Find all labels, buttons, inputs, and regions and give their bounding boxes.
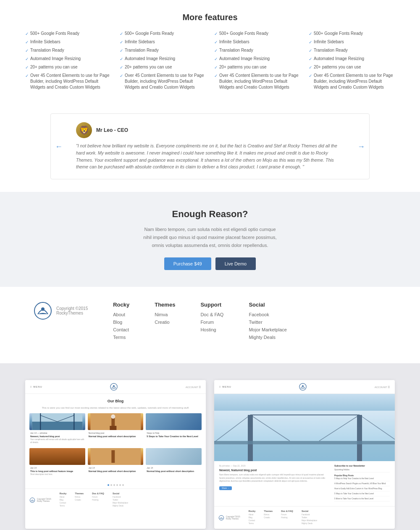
next-testimonial-button[interactable]: →	[357, 142, 365, 151]
footer-link[interactable]: Facebook	[249, 312, 286, 317]
feature-item: ✓Automated Image Resizing	[214, 56, 300, 62]
pagination	[25, 482, 206, 488]
check-icon: ✓	[25, 56, 29, 62]
feature-item: ✓Infinite Sidebars	[25, 39, 111, 45]
check-icon: ✓	[214, 65, 218, 71]
feature-col-1: ✓500+ Google Fonts Ready✓Infinite Sideba…	[120, 31, 206, 92]
footer-link[interactable]: Twitter	[249, 320, 286, 325]
blog-item: Jan 14 Normal blog post without short de…	[146, 448, 202, 478]
footer-link[interactable]: Terms	[113, 335, 129, 340]
footer-link[interactable]: Hosting	[200, 327, 223, 332]
footer-link[interactable]: Creatio	[155, 320, 175, 325]
check-icon: ✓	[25, 39, 29, 45]
previews-section: ≡ MENU ACCOUNT ☰ Our Blog This is were y…	[0, 363, 420, 530]
check-icon: ✓	[309, 56, 312, 62]
feature-col-3: ✓500+ Google Fonts Ready✓Infinite Sideba…	[309, 31, 395, 92]
preview-logo-left	[110, 383, 118, 391]
blog-main-content: By johndoe — Sep 22, 2015 Newest, featur…	[219, 464, 330, 503]
svg-rect-12	[110, 426, 116, 430]
feature-item: ✓Translation Ready	[25, 47, 111, 54]
blog-image-sunset	[29, 448, 85, 465]
blog-sidebar: Subscribe to our Newsletter Upcoming Art…	[334, 464, 390, 503]
footer-col-3: SocialFacebookTwitterMojor MarketplaceMi…	[249, 302, 286, 342]
blog-item: Steps to Help 5 Steps to Take Your Creat…	[146, 413, 202, 446]
footer-link[interactable]: Nimva	[155, 312, 175, 317]
sidebar-newsletter-title: Subscribe to our Newsletter	[334, 464, 390, 467]
blog-item-text: Jan 14 Normal blog post without short de…	[146, 465, 202, 475]
svg-point-16	[30, 498, 34, 502]
testimonial-text: "I not believe how brilliant my website …	[76, 142, 344, 171]
share-button[interactable]: Share →	[219, 486, 232, 490]
svg-point-1	[41, 307, 45, 311]
feature-item: ✓Over 45 Content Elements to use for Pag…	[120, 73, 206, 90]
cta-section: Enough Reason? Nam libero tempore, cum s…	[0, 192, 420, 287]
blog-image-extra	[146, 448, 202, 465]
blog-subtitle: This is were you can find our most excit…	[25, 407, 206, 413]
feature-item: ✓20+ patterns you can use	[309, 64, 395, 71]
blog-grid: Jan 14 — johndoe Newest, featured blog p…	[25, 413, 206, 482]
svg-point-18	[302, 386, 304, 387]
blog-item-text: Jan 14 Normal blog post without short de…	[88, 465, 144, 475]
check-icon: ✓	[309, 65, 312, 71]
feature-item: ✓Translation Ready	[309, 47, 395, 54]
feature-item: ✓Translation Ready	[214, 47, 300, 54]
check-icon: ✓	[214, 39, 218, 45]
feature-item: ✓Infinite Sidebars	[214, 39, 300, 45]
check-icon: ✓	[214, 56, 218, 62]
feature-item: ✓500+ Google Fonts Ready	[25, 31, 111, 37]
cta-buttons: Purchase $49 Live Demo	[25, 257, 395, 270]
preview-account-left: ACCOUNT ☰	[186, 386, 201, 388]
preview-footer-right: Copyright ©2015 Rocky Themes RockyAboutB…	[214, 506, 395, 529]
feature-item: ✓Infinite Sidebars	[309, 39, 395, 45]
footer-copyright: Copyright ©2015	[56, 306, 88, 311]
purchase-button[interactable]: Purchase $49	[164, 257, 211, 270]
footer-link[interactable]: Forum	[200, 320, 223, 325]
check-icon: ✓	[120, 48, 123, 54]
check-icon: ✓	[25, 73, 29, 79]
svg-point-13	[111, 415, 115, 419]
prev-testimonial-button[interactable]: ←	[55, 142, 63, 151]
blog-item-text: Jan 14 — johndoe Newest, featured blog p…	[29, 430, 85, 446]
preview-header-left: ≡ MENU ACCOUNT ☰	[25, 380, 206, 394]
svg-point-3	[113, 386, 115, 387]
check-icon: ✓	[25, 65, 29, 71]
check-icon: ✓	[120, 39, 123, 45]
footer-link[interactable]: Contact	[113, 327, 129, 332]
feature-col-2: ✓500+ Google Fonts Ready✓Infinite Sideba…	[214, 31, 300, 92]
preview-menu-left: ≡ MENU	[30, 386, 42, 388]
demo-button[interactable]: Live Demo	[215, 257, 256, 270]
footer-link[interactable]: Blog	[113, 320, 129, 325]
preview-card-right: ≡ MENU ACCOUNT ☰	[214, 380, 395, 529]
preview-content-left: Our Blog This is were you can find our m…	[25, 394, 206, 488]
blog-item-text: Normal blog post Normal blog post withou…	[88, 430, 144, 440]
features-section: More features ✓500+ Google Fonts Ready✓I…	[0, 0, 420, 109]
feature-item: ✓Automated Image Resizing	[25, 56, 111, 62]
preview-content-right: By johndoe — Sep 22, 2015 Newest, featur…	[214, 394, 395, 506]
hero-image	[214, 394, 395, 461]
footer-col-1: ThemesNimvaCreatio	[155, 302, 175, 342]
check-icon: ✓	[120, 31, 123, 37]
footer-brand: Copyright ©2015 RockyThemes	[56, 306, 88, 315]
footer-link[interactable]: About	[113, 312, 129, 317]
blog-item: Jan 14 — johndoe Newest, featured blog p…	[29, 413, 85, 446]
check-icon: ✓	[309, 39, 312, 45]
footer-link[interactable]: Mojor Marketplace	[249, 327, 286, 332]
check-icon: ✓	[214, 73, 218, 79]
feature-col-0: ✓500+ Google Fonts Ready✓Infinite Sideba…	[25, 31, 111, 92]
blog-item: Jan 14 This is long post without feature…	[29, 448, 85, 478]
preview-footer-left: Copyright ©2015 Rocky Themes RockyAboutB…	[25, 488, 206, 511]
footer-brand-name: RockyThemes	[56, 311, 88, 315]
blog-image-lighthouse	[88, 413, 144, 430]
footer-link[interactable]: Mighty Deals	[249, 335, 286, 340]
footer-columns: RockyAboutBlogContactTermsThemesNimvaCre…	[113, 302, 386, 342]
blog-image-bridge	[29, 413, 85, 430]
footer-link[interactable]: Doc & FAQ	[200, 312, 223, 317]
blog-item: Jan 14 Normal blog post without short de…	[88, 448, 144, 478]
author-name: Mr Leo - CEO	[96, 127, 128, 133]
feature-item: ✓Automated Image Resizing	[309, 56, 395, 62]
footer-col-2: SupportDoc & FAQForumHosting	[200, 302, 223, 342]
feature-item: ✓20+ patterns you can use	[120, 64, 206, 71]
feature-item: ✓Over 45 Content Elements to use for Pag…	[214, 73, 300, 90]
blog-post-title: Newest, featured blog post	[219, 469, 330, 472]
check-icon: ✓	[120, 56, 123, 62]
